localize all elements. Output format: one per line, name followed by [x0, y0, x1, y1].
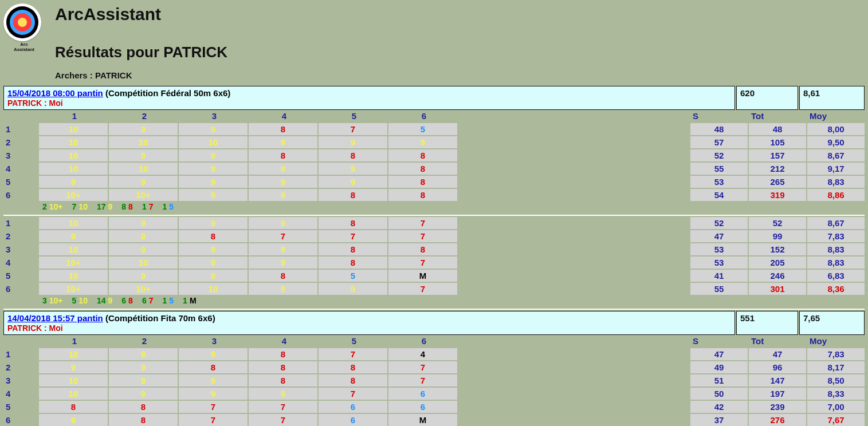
arrow-cell: 8 [109, 414, 178, 426]
arrow-cell: 8 [179, 361, 248, 373]
running-total: 276 [749, 414, 806, 426]
arrow-header: 1 [39, 110, 108, 122]
end-sum: 52 [690, 217, 748, 229]
running-total: 52 [749, 217, 806, 229]
arrow-cell: 7 [388, 361, 457, 373]
end-sum: 42 [690, 401, 748, 413]
arrow-cell: 10+ [109, 189, 178, 201]
arrow-cell: 7 [319, 348, 387, 360]
sum-header-moy: Moy [807, 110, 865, 122]
tally-pair: 1M [183, 296, 196, 305]
arrow-cell: 5 [388, 123, 457, 135]
arrow-cell: 9 [109, 374, 178, 386]
arrow-cell: 10 [109, 136, 178, 148]
session-description: (Compétition Fita 70m 6x6) [105, 313, 215, 323]
tally-pair: 149 [97, 296, 112, 305]
session-datetime-link[interactable]: 14/04/2018 15:57 pantin [7, 313, 103, 323]
arrow-cell: 9 [109, 217, 178, 229]
end-average: 8,67 [807, 149, 865, 161]
arrow-cell: 7 [388, 217, 457, 229]
arrow-cell: 8 [319, 257, 387, 269]
arrow-cell: 10+ [109, 283, 178, 295]
arrow-cell: 6 [388, 388, 457, 400]
session-datetime-link[interactable]: 15/04/2018 08:00 pantin [7, 88, 103, 98]
end-sum: 52 [690, 149, 748, 161]
arrow-cell: 9 [249, 217, 317, 229]
arrow-cell: 9 [179, 163, 248, 175]
arrow-header: 3 [179, 110, 248, 122]
arrow-cell: 8 [249, 374, 317, 386]
arrow-cell: 7 [179, 414, 248, 426]
end-sum: 55 [690, 283, 748, 295]
arrow-cell: 9 [39, 361, 108, 373]
arrow-cell: 10+ [39, 283, 108, 295]
session-total: 551 [736, 311, 798, 335]
end-average: 8,67 [807, 217, 865, 229]
arrow-cell: 5 [319, 270, 387, 282]
block-separator [3, 215, 865, 216]
arrow-header: 4 [249, 110, 317, 122]
arrow-cell: 8 [388, 189, 457, 201]
arrow-cell: 9 [319, 283, 387, 295]
arrow-cell: 10+ [39, 189, 108, 201]
end-average: 8,00 [807, 123, 865, 135]
end-number: 3 [3, 151, 38, 160]
arrow-cell: 10 [39, 123, 108, 135]
arrow-cell: 10 [39, 163, 108, 175]
running-total: 47 [749, 348, 806, 360]
arrow-cell: 7 [388, 257, 457, 269]
end-average: 8,83 [807, 243, 865, 255]
end-number: 6 [3, 415, 38, 425]
arrow-cell: 6 [319, 401, 387, 413]
end-sum: 47 [690, 230, 748, 242]
arrow-cell: 7 [249, 414, 317, 426]
arrow-cell: 9 [179, 217, 248, 229]
end-average: 8,50 [807, 374, 865, 386]
arrow-header: 1 [39, 335, 108, 347]
arrow-cell: 9 [109, 270, 178, 282]
running-total: 147 [749, 374, 806, 386]
end-average: 9,17 [807, 163, 865, 175]
running-total: 239 [749, 401, 806, 413]
end-number: 2 [3, 137, 38, 147]
session-archer: PATRICK : Moi [7, 98, 731, 108]
session-header: 14/04/2018 15:57 pantin (Compétition Fit… [3, 311, 865, 335]
arrow-cell: 9 [179, 257, 248, 269]
arrow-cell: 6 [319, 414, 387, 426]
arrow-header: 3 [179, 335, 248, 347]
arrow-cell: 9 [179, 348, 248, 360]
tally-pair: 179 [97, 202, 112, 211]
running-total: 265 [749, 176, 806, 188]
tally-row: 210+710179881715 [3, 201, 865, 212]
tally-pair: 210+ [42, 202, 63, 211]
arrow-cell: 8 [179, 230, 248, 242]
sum-header-tot: Tot [749, 110, 806, 122]
arrow-cell: 9 [179, 243, 248, 255]
end-number: 6 [3, 190, 38, 200]
session-average: 8,61 [799, 86, 865, 110]
arrow-cell: 8 [388, 163, 457, 175]
score-block: 1109987548488,002101010999571059,5031099… [3, 123, 865, 201]
arrow-cell: 9 [319, 136, 387, 148]
arrow-cell: 4 [388, 348, 457, 360]
arrow-cell: 10 [39, 217, 108, 229]
end-number: 1 [3, 349, 38, 359]
running-total: 99 [749, 230, 806, 242]
arrow-cell: 10 [109, 257, 178, 269]
arrow-cell: 9 [388, 136, 457, 148]
arrow-cell: 9 [249, 243, 317, 255]
end-sum: 57 [690, 136, 748, 148]
arrow-cell: 7 [319, 123, 387, 135]
arrow-header: 6 [388, 335, 457, 347]
end-average: 7,67 [807, 414, 865, 426]
end-sum: 47 [690, 348, 748, 360]
arrow-cell: 10+ [39, 257, 108, 269]
end-average: 8,83 [807, 176, 865, 188]
session-description: (Compétition Fédéral 50m 6x6) [105, 88, 230, 98]
arrow-cell: 9 [39, 414, 108, 426]
arrow-cell: 9 [249, 283, 317, 295]
arrow-cell: 9 [319, 163, 387, 175]
sum-header-moy: Moy [807, 335, 865, 347]
arrow-cell: 9 [249, 176, 317, 188]
end-sum: 50 [690, 388, 748, 400]
